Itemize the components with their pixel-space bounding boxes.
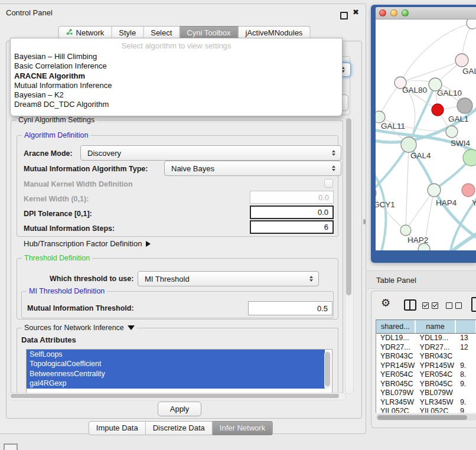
network-edge[interactable] <box>406 145 409 230</box>
table-column-header[interactable]: shared... <box>376 320 416 333</box>
algorithm-option[interactable]: Basic Correlation Inference <box>11 61 342 71</box>
table-cell: YER054C <box>416 370 456 380</box>
network-node[interactable] <box>467 19 476 29</box>
hub-transcription-factor-section[interactable]: Hub/Transcription Factor Definition <box>24 239 151 248</box>
close-window-icon[interactable]: ✖ <box>353 8 359 17</box>
table-row[interactable]: YBR043CYBR043C <box>376 352 476 361</box>
table-row[interactable]: YBR045CYBR045C9. <box>376 380 476 389</box>
network-icon <box>66 28 73 37</box>
algorithm-option[interactable]: Dream8 DC_TDC Algorithm <box>11 100 342 109</box>
list-scrollbar[interactable] <box>324 351 331 389</box>
network-edge[interactable] <box>400 23 472 83</box>
tab-infer-network[interactable]: Infer Network <box>213 421 273 435</box>
network-node[interactable] <box>400 225 411 236</box>
combobox-arrows-icon <box>332 165 335 171</box>
algorithm-option[interactable]: Bayesian – Hill Climbing <box>11 52 342 61</box>
network-node[interactable] <box>428 184 441 197</box>
table-row[interactable]: YIL052CYIL052C9 <box>376 407 476 413</box>
network-window-titlebar[interactable] <box>376 7 476 19</box>
table-row[interactable]: YER054CYER054C8. <box>376 370 476 380</box>
network-view-window[interactable]: GALGAL80GAL10GAL1GAL11SWI4GAL4GCY1HAP4YH… <box>371 5 476 263</box>
dpi-tolerance-field[interactable]: 0.0 <box>250 206 334 219</box>
network-node[interactable] <box>462 184 475 197</box>
mi-steps-label: Mutual Information Steps: <box>24 224 115 233</box>
group-title: Threshold Definition <box>22 254 92 262</box>
manual-kernel-width-checkbox[interactable] <box>324 179 333 188</box>
kernel-width-field[interactable]: 0.0 <box>250 191 334 204</box>
node-table: shared...name YDL19...YDL19...13YDR27...… <box>376 319 476 413</box>
network-node[interactable] <box>457 98 472 113</box>
table-row[interactable]: YDR27...YDR27...12 <box>376 343 476 353</box>
table-cell <box>456 389 476 398</box>
network-node[interactable] <box>455 54 468 67</box>
split-columns-icon[interactable] <box>404 299 416 311</box>
combobox-value: Naive Bayes <box>171 164 214 173</box>
network-node[interactable] <box>463 149 476 166</box>
control-panel-window: Control Panel ✖ Network Style Select Cyn… <box>0 4 366 434</box>
network-edge[interactable] <box>434 190 476 239</box>
zoom-traffic-light-icon[interactable] <box>402 9 409 17</box>
data-attribute-item[interactable]: gal4RGexp <box>27 379 325 388</box>
network-node[interactable] <box>432 104 444 116</box>
table-cell: YBR045C <box>416 380 456 389</box>
data-attribute-item[interactable]: TopologicalCoefficient <box>27 359 325 369</box>
network-node[interactable] <box>376 187 376 199</box>
table-row[interactable]: YDL19...YDL19...13 <box>376 334 476 343</box>
select-all-checkboxes-icon[interactable] <box>422 302 438 309</box>
table-row[interactable]: YLR345WYLR345W9. <box>376 398 476 407</box>
bottom-corner-button[interactable] <box>4 444 18 450</box>
network-node[interactable] <box>446 126 458 138</box>
mi-algorithm-type-combobox[interactable]: Naive Bayes <box>164 161 341 176</box>
settings-horizontal-scrollbar-thumb[interactable] <box>11 394 339 398</box>
table-row[interactable]: YBL079WYBL079W <box>376 389 476 398</box>
settings-horizontal-scrollbar[interactable] <box>8 393 346 400</box>
tab-impute-data[interactable]: Impute Data <box>89 421 146 435</box>
algorithm-option[interactable]: Bayesian – K2 <box>11 90 342 100</box>
apply-button[interactable]: Apply <box>158 402 201 416</box>
float-window-icon[interactable] <box>340 12 348 19</box>
data-attributes-label: Data Attributes <box>21 335 76 344</box>
data-attributes-list[interactable]: SelfLoopsTopologicalCoefficientBetweenne… <box>26 349 332 393</box>
minimize-traffic-light-icon[interactable] <box>390 9 397 17</box>
expand-arrow-icon <box>146 241 151 247</box>
settings-vertical-scrollbar[interactable] <box>345 116 354 394</box>
mi-steps-field[interactable]: 6 <box>250 220 334 234</box>
algorithm-option[interactable]: ARACNE Algorithm <box>11 71 342 81</box>
sources-group-title[interactable]: Sources for Network Inference <box>22 324 137 332</box>
data-attribute-item[interactable]: BetweennessCentrality <box>27 369 325 379</box>
list-scrollbar-thumb[interactable] <box>325 352 330 386</box>
aracne-mode-combobox[interactable]: Discovery <box>80 145 341 161</box>
dpi-tolerance-label: DPI Tolerance [0,1]: <box>24 210 92 218</box>
network-edge[interactable] <box>406 190 434 230</box>
table-column-header[interactable]: name <box>416 320 456 333</box>
group-title: Cyni Algorithm Settings <box>16 116 97 124</box>
data-attribute-item[interactable]: SelfLoops <box>27 350 325 359</box>
panel-splitter-handle[interactable] <box>363 219 366 224</box>
table-row[interactable]: YPR145WYPR145W9. <box>376 361 476 371</box>
which-threshold-label: Which threshold to use: <box>50 275 133 283</box>
table-cell: YDR27... <box>376 343 416 353</box>
which-threshold-combobox[interactable]: MI Threshold <box>138 271 319 286</box>
table-cell: YBR043C <box>416 352 456 361</box>
table-cell: YBR045C <box>376 380 416 389</box>
close-traffic-light-icon[interactable] <box>379 9 386 17</box>
deselect-all-checkboxes-icon[interactable] <box>446 302 462 309</box>
tab-discretize-data[interactable]: Discretize Data <box>146 421 213 435</box>
network-canvas[interactable]: GALGAL80GAL10GAL1GAL11SWI4GAL4GCY1HAP4YH… <box>376 19 476 250</box>
network-node[interactable] <box>401 137 416 152</box>
gear-icon[interactable]: ⚙ <box>381 298 390 308</box>
mi-threshold-field[interactable]: 0.5 <box>248 301 332 315</box>
document-icon[interactable] <box>471 297 476 312</box>
desktop: Control Panel ✖ Network Style Select Cyn… <box>0 0 476 450</box>
algorithm-option[interactable]: Mutual Information Inference <box>11 81 342 90</box>
network-node-label: HAP2 <box>407 236 428 244</box>
table-horizontal-scrollbar-thumb[interactable] <box>377 415 467 420</box>
network-node[interactable] <box>376 111 385 123</box>
settings-vertical-scrollbar-thumb[interactable] <box>346 118 351 295</box>
table-cell: YDR27... <box>416 343 456 353</box>
network-node-label: GAL <box>462 67 476 76</box>
table-horizontal-scrollbar[interactable] <box>376 414 476 420</box>
table-column-header[interactable] <box>456 320 476 333</box>
network-edge[interactable] <box>376 193 406 230</box>
mi-threshold-label: Mutual Information Threshold: <box>27 304 134 312</box>
